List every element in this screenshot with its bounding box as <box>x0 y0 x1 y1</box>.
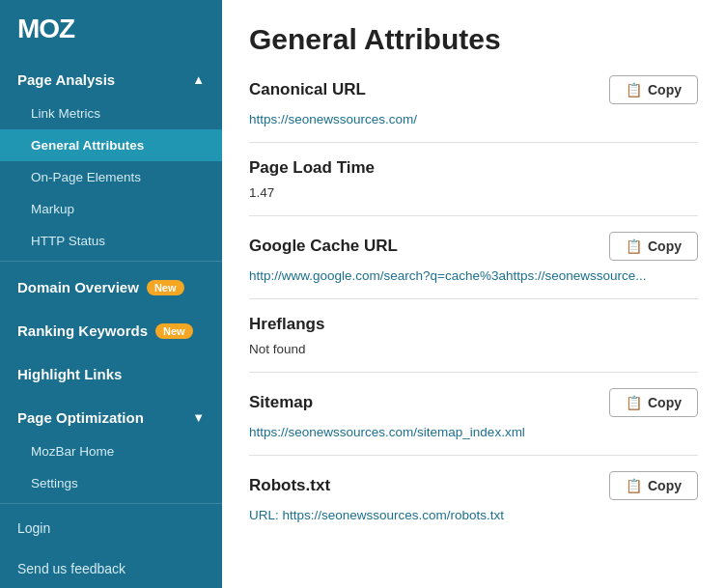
sidebar-item-on-page-elements[interactable]: On-Page Elements <box>0 161 222 193</box>
moz-logo-text: MOZ <box>17 14 74 44</box>
attr-sitemap: Sitemap 📋 Copy https://seonewssources.co… <box>249 388 698 456</box>
page-load-time-value: 1.47 <box>249 185 698 200</box>
sidebar-divider-2 <box>0 503 222 504</box>
copy-google-cache-url-button[interactable]: 📋 Copy <box>609 232 698 261</box>
copy-label-4: Copy <box>648 478 682 493</box>
sidebar-item-mozbar-home[interactable]: MozBar Home <box>0 435 222 467</box>
canonical-url-value[interactable]: https://seonewssources.com/ <box>249 112 698 126</box>
robots-txt-value[interactable]: URL: https://seonewssources.com/robots.t… <box>249 508 698 522</box>
copy-label-2: Copy <box>648 238 682 254</box>
domain-overview-badge: New <box>147 280 184 295</box>
main-content: General Attributes Canonical URL 📋 Copy … <box>222 0 725 588</box>
sidebar-item-settings[interactable]: Settings <box>0 467 222 499</box>
attr-hreflangs: Hreflangs Not found <box>249 315 698 373</box>
sidebar-item-markup[interactable]: Markup <box>0 193 222 225</box>
attr-google-cache-url-header: Google Cache URL 📋 Copy <box>249 232 698 261</box>
copy-icon-4: 📋 <box>626 478 642 493</box>
page-load-time-label: Page Load Time <box>249 158 375 178</box>
sidebar-item-login[interactable]: Login <box>0 508 222 548</box>
attr-page-load-time: Page Load Time 1.47 <box>249 158 698 216</box>
attr-google-cache-url: Google Cache URL 📋 Copy http://www.googl… <box>249 232 698 299</box>
canonical-url-label: Canonical URL <box>249 80 366 99</box>
attr-robots-txt: Robots.txt 📋 Copy URL: https://seonewsso… <box>249 471 698 538</box>
attr-sitemap-header: Sitemap 📋 Copy <box>249 388 698 417</box>
page-optimization-label: Page Optimization <box>17 409 144 426</box>
copy-icon: 📋 <box>626 82 642 98</box>
sitemap-label: Sitemap <box>249 393 313 412</box>
sidebar-sub-items-page-optimization: MozBar Home Settings <box>0 435 222 499</box>
page-title: General Attributes <box>249 23 698 56</box>
copy-canonical-url-button[interactable]: 📋 Copy <box>609 75 698 104</box>
copy-robots-txt-button[interactable]: 📋 Copy <box>609 471 698 500</box>
sidebar-item-feedback[interactable]: Send us feedback <box>0 548 222 588</box>
sidebar-item-highlight-links[interactable]: Highlight Links <box>0 352 222 396</box>
sidebar-section-page-analysis[interactable]: Page Analysis ▲ <box>0 58 222 98</box>
sidebar-item-domain-overview[interactable]: Domain Overview New <box>0 266 222 309</box>
google-cache-url-label: Google Cache URL <box>249 237 398 256</box>
domain-overview-label: Domain Overview <box>17 279 139 295</box>
copy-sitemap-button[interactable]: 📋 Copy <box>609 388 698 417</box>
chevron-down-icon: ▼ <box>192 410 205 425</box>
copy-icon-2: 📋 <box>626 238 642 254</box>
copy-label-3: Copy <box>648 395 682 410</box>
sidebar-item-link-metrics[interactable]: Link Metrics <box>0 98 222 129</box>
sidebar-logo[interactable]: MOZ <box>0 0 222 58</box>
sidebar-item-ranking-keywords[interactable]: Ranking Keywords New <box>0 309 222 352</box>
copy-icon-3: 📋 <box>626 395 642 410</box>
ranking-keywords-badge: New <box>155 323 193 339</box>
google-cache-url-value[interactable]: http://www.google.com/search?q=cache%3ah… <box>249 268 698 283</box>
sidebar: MOZ Page Analysis ▲ Link Metrics General… <box>0 0 222 588</box>
sidebar-section-label: Page Analysis <box>17 71 115 88</box>
sidebar-item-general-attributes[interactable]: General Attributes <box>0 129 222 161</box>
robots-txt-label: Robots.txt <box>249 476 330 495</box>
attr-canonical-url: Canonical URL 📋 Copy https://seonewssour… <box>249 75 698 143</box>
ranking-keywords-label: Ranking Keywords <box>17 322 148 339</box>
sidebar-item-http-status[interactable]: HTTP Status <box>0 225 222 257</box>
attr-hreflangs-header: Hreflangs <box>249 315 698 334</box>
attr-canonical-url-header: Canonical URL 📋 Copy <box>249 75 698 104</box>
sidebar-section-page-optimization[interactable]: Page Optimization ▼ <box>0 396 222 435</box>
sitemap-value[interactable]: https://seonewssources.com/sitemap_index… <box>249 425 698 439</box>
copy-label: Copy <box>648 82 682 98</box>
sidebar-divider-1 <box>0 261 222 262</box>
attr-page-load-time-header: Page Load Time <box>249 158 698 178</box>
attr-robots-txt-header: Robots.txt 📋 Copy <box>249 471 698 500</box>
hreflangs-value: Not found <box>249 342 698 356</box>
sidebar-sub-items-page-analysis: Link Metrics General Attributes On-Page … <box>0 98 222 257</box>
highlight-links-label: Highlight Links <box>17 366 122 382</box>
chevron-up-icon: ▲ <box>192 72 205 87</box>
hreflangs-label: Hreflangs <box>249 315 324 334</box>
